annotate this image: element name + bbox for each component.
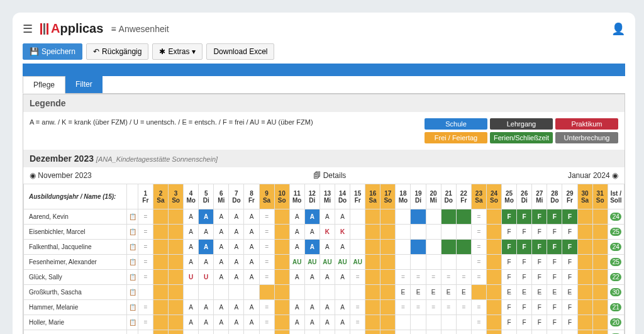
grid-cell[interactable]	[274, 300, 289, 315]
grid-cell[interactable]	[577, 225, 592, 240]
row-name[interactable]: Aarend, Kevin	[24, 209, 127, 225]
grid-cell[interactable]: A	[335, 270, 350, 285]
grid-cell[interactable]	[486, 315, 501, 330]
grid-cell[interactable]: E	[456, 285, 471, 300]
grid-cell[interactable]	[350, 285, 365, 300]
grid-cell[interactable]	[592, 285, 608, 300]
grid-cell[interactable]: U	[199, 270, 214, 285]
grid-cell[interactable]	[168, 315, 183, 330]
grid-cell[interactable]	[396, 255, 411, 270]
grid-cell[interactable]: =	[350, 300, 365, 315]
grid-cell[interactable]: F	[532, 240, 547, 255]
grid-cell[interactable]: AU	[335, 255, 350, 270]
grid-cell[interactable]	[486, 255, 501, 270]
grid-cell[interactable]	[592, 270, 608, 285]
grid-cell[interactable]	[153, 255, 168, 270]
grid-cell[interactable]	[577, 255, 592, 270]
grid-cell[interactable]: =	[259, 300, 274, 315]
grid-cell[interactable]: A	[184, 240, 199, 255]
grid-cell[interactable]	[168, 209, 183, 225]
grid-cell[interactable]: F	[562, 225, 577, 240]
grid-cell[interactable]: =	[411, 330, 426, 335]
grid-cell[interactable]: F	[517, 270, 532, 285]
grid-cell[interactable]: AU	[350, 255, 365, 270]
grid-cell[interactable]: F	[517, 225, 532, 240]
grid-cell[interactable]: K	[335, 225, 350, 240]
menu-icon[interactable]: ☰	[23, 22, 33, 36]
grid-cell[interactable]: A	[319, 209, 335, 225]
grid-cell[interactable]: =	[471, 315, 486, 330]
grid-cell[interactable]: E	[441, 285, 456, 300]
row-name[interactable]: Glück, Sally	[24, 270, 127, 285]
download-button[interactable]: Download Excel	[206, 43, 274, 60]
tab-filter[interactable]: Filter	[65, 76, 103, 93]
next-month[interactable]: Januar 2024 ◉	[568, 171, 618, 180]
grid-cell[interactable]: A	[184, 315, 199, 330]
grid-cell[interactable]: =	[426, 300, 441, 315]
grid-cell[interactable]: A	[184, 255, 199, 270]
grid-cell[interactable]: E	[502, 285, 517, 300]
grid-cell[interactable]: =	[259, 255, 274, 270]
calendar-icon[interactable]: 📋	[127, 330, 138, 335]
grid-cell[interactable]	[274, 330, 289, 335]
grid-cell[interactable]: A	[214, 300, 229, 315]
grid-cell[interactable]	[335, 285, 350, 300]
grid-cell[interactable]	[365, 300, 380, 315]
grid-cell[interactable]: AU	[319, 255, 335, 270]
grid-cell[interactable]: A	[214, 209, 229, 225]
grid-cell[interactable]: =	[411, 300, 426, 315]
grid-cell[interactable]	[426, 240, 441, 255]
grid-cell[interactable]	[486, 330, 501, 335]
grid-cell[interactable]: A	[229, 300, 244, 315]
grid-cell[interactable]: F	[547, 330, 562, 335]
grid-cell[interactable]: A	[244, 209, 259, 225]
grid-cell[interactable]	[486, 285, 501, 300]
grid-cell[interactable]: =	[350, 270, 365, 285]
grid-cell[interactable]: A	[304, 209, 319, 225]
grid-cell[interactable]: A	[214, 270, 229, 285]
grid-cell[interactable]	[396, 240, 411, 255]
grid-cell[interactable]: E	[411, 285, 426, 300]
grid-cell[interactable]: =	[456, 270, 471, 285]
grid-cell[interactable]: A	[304, 330, 319, 335]
grid-cell[interactable]: A	[319, 330, 335, 335]
grid-cell[interactable]	[426, 225, 441, 240]
grid-cell[interactable]	[380, 255, 396, 270]
grid-cell[interactable]: A	[289, 209, 304, 225]
grid-cell[interactable]	[199, 285, 214, 300]
grid-cell[interactable]	[365, 209, 380, 225]
grid-cell[interactable]	[577, 209, 592, 225]
grid-cell[interactable]: F	[562, 315, 577, 330]
grid-cell[interactable]	[168, 240, 183, 255]
grid-cell[interactable]: A	[304, 315, 319, 330]
grid-cell[interactable]	[577, 285, 592, 300]
grid-cell[interactable]	[486, 270, 501, 285]
grid-cell[interactable]: F	[517, 300, 532, 315]
grid-cell[interactable]	[274, 270, 289, 285]
grid-cell[interactable]: A	[244, 255, 259, 270]
grid-cell[interactable]	[592, 330, 608, 335]
grid-cell[interactable]	[592, 315, 608, 330]
grid-cell[interactable]: =	[138, 315, 153, 330]
grid-cell[interactable]: F	[532, 270, 547, 285]
grid-cell[interactable]: A	[304, 240, 319, 255]
grid-cell[interactable]	[380, 270, 396, 285]
grid-cell[interactable]	[153, 240, 168, 255]
calendar-icon[interactable]: 📋	[127, 209, 138, 225]
grid-cell[interactable]: F	[562, 330, 577, 335]
grid-cell[interactable]: F	[562, 255, 577, 270]
grid-cell[interactable]: A	[289, 270, 304, 285]
grid-cell[interactable]	[274, 315, 289, 330]
grid-cell[interactable]	[577, 300, 592, 315]
grid-cell[interactable]	[486, 240, 501, 255]
grid-cell[interactable]: A	[229, 315, 244, 330]
grid-cell[interactable]: F	[517, 315, 532, 330]
grid-cell[interactable]	[380, 285, 396, 300]
grid-cell[interactable]: A	[244, 330, 259, 335]
grid-cell[interactable]	[168, 300, 183, 315]
grid-cell[interactable]: F	[547, 315, 562, 330]
grid-cell[interactable]	[426, 315, 441, 330]
grid-cell[interactable]	[168, 270, 183, 285]
grid-cell[interactable]: A	[229, 209, 244, 225]
grid-cell[interactable]	[441, 315, 456, 330]
